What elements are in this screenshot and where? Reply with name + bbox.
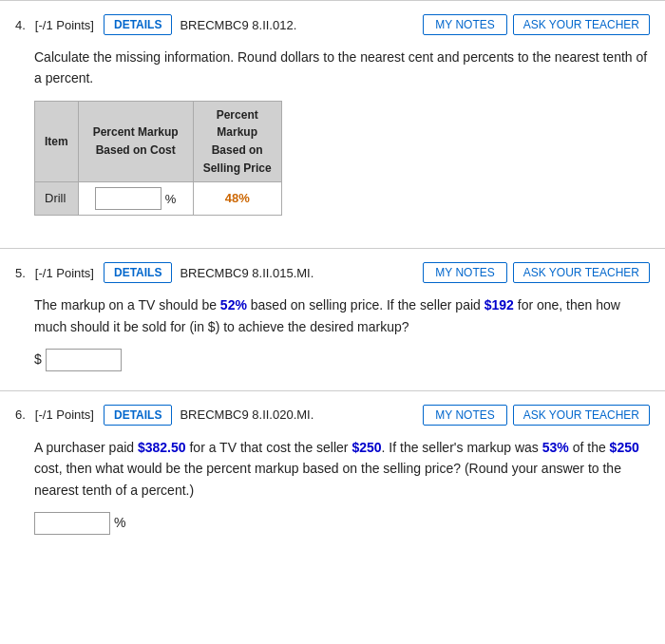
item-name: Drill bbox=[35, 182, 79, 216]
markup-cost-input[interactable] bbox=[95, 187, 162, 210]
q5-highlight-52: 52% bbox=[220, 297, 247, 313]
q6-highlight-250a: $250 bbox=[352, 440, 381, 455]
question-4-header: 4. [-/1 Points] DETAILS BRECMBC9 8.II.01… bbox=[15, 14, 650, 35]
q4-number: 4. bbox=[15, 18, 26, 32]
q5-body: The markup on a TV should be 52% based o… bbox=[34, 294, 650, 371]
q4-ask-teacher-button[interactable]: ASK YOUR TEACHER bbox=[513, 14, 650, 35]
q6-code: BRECMBC9 8.II.020.MI. bbox=[180, 407, 423, 422]
q4-body: Calculate the missing information. Round… bbox=[34, 47, 650, 216]
markup-selling-cell: 48% bbox=[193, 182, 281, 216]
q6-my-notes-button[interactable]: MY NOTES bbox=[423, 405, 506, 426]
markup-selling-value: 48% bbox=[225, 191, 250, 205]
q5-my-notes-button[interactable]: MY NOTES bbox=[423, 262, 506, 283]
q6-body: A purchaser paid $382.50 for a TV that c… bbox=[34, 437, 650, 535]
question-4: 4. [-/1 Points] DETAILS BRECMBC9 8.II.01… bbox=[0, 0, 665, 248]
table-row: Drill % 48% bbox=[35, 182, 282, 216]
question-5-header: 5. [-/1 Points] DETAILS BRECMBC9 8.II.01… bbox=[15, 262, 650, 283]
q6-percent-sign: % bbox=[114, 513, 125, 534]
q6-highlight-382: $382.50 bbox=[138, 440, 186, 455]
q6-number: 6. bbox=[15, 407, 26, 422]
q5-answer-input[interactable] bbox=[46, 349, 122, 371]
col-markup-selling: PercentMarkupBased onSelling Price bbox=[193, 101, 281, 181]
q5-dollar-sign: $ bbox=[34, 350, 42, 370]
q6-text: A purchaser paid $382.50 for a TV that c… bbox=[34, 437, 650, 501]
col-item: Item bbox=[35, 101, 79, 181]
q4-table: Item Percent Markup Based on Cost Percen… bbox=[34, 101, 282, 216]
question-6: 6. [-/1 Points] DETAILS BRECMBC9 8.II.02… bbox=[0, 390, 665, 554]
q4-my-notes-button[interactable]: MY NOTES bbox=[423, 14, 506, 35]
q6-highlight-53: 53% bbox=[542, 440, 569, 455]
q4-text: Calculate the missing information. Round… bbox=[34, 47, 650, 89]
q5-input-wrap: $ bbox=[34, 349, 650, 371]
markup-cost-cell: % bbox=[78, 182, 193, 216]
q5-points: [-/1 Points] bbox=[35, 266, 94, 280]
q4-points: [-/1 Points] bbox=[35, 18, 94, 32]
q6-answer-input[interactable] bbox=[34, 512, 110, 535]
q5-ask-teacher-button[interactable]: ASK YOUR TEACHER bbox=[513, 262, 650, 283]
q5-number: 5. bbox=[15, 266, 26, 280]
col-markup-cost: Percent Markup Based on Cost bbox=[78, 101, 193, 181]
q4-details-button[interactable]: DETAILS bbox=[104, 14, 172, 35]
q5-highlight-192: $192 bbox=[484, 297, 514, 313]
q4-code: BRECMBC9 8.II.012. bbox=[180, 18, 423, 32]
q6-points: [-/1 Points] bbox=[35, 407, 94, 422]
question-5: 5. [-/1 Points] DETAILS BRECMBC9 8.II.01… bbox=[0, 248, 665, 390]
q6-input-wrap: % bbox=[34, 512, 650, 535]
q6-highlight-250b: $250 bbox=[610, 440, 639, 455]
question-6-header: 6. [-/1 Points] DETAILS BRECMBC9 8.II.02… bbox=[15, 405, 650, 426]
percent-suffix: % bbox=[165, 192, 177, 206]
q5-code: BRECMBC9 8.II.015.MI. bbox=[180, 266, 423, 280]
q5-details-button[interactable]: DETAILS bbox=[104, 262, 172, 283]
q5-text: The markup on a TV should be 52% based o… bbox=[34, 294, 650, 337]
q6-ask-teacher-button[interactable]: ASK YOUR TEACHER bbox=[513, 405, 650, 426]
q6-details-button[interactable]: DETAILS bbox=[104, 405, 172, 426]
